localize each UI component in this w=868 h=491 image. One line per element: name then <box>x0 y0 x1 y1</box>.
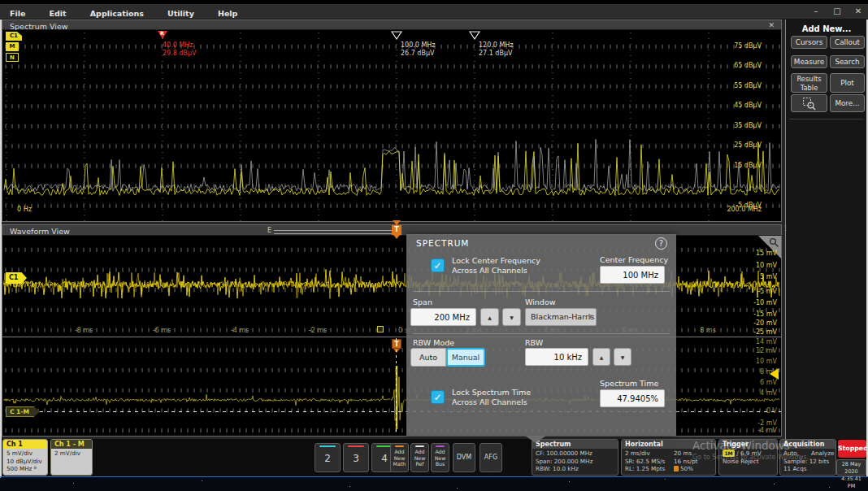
add-new-ref-button[interactable]: AddNewRef <box>410 443 429 472</box>
add-more-button[interactable]: More... <box>830 94 865 112</box>
trigger-position-flag[interactable]: T <box>392 225 401 235</box>
dvm-button[interactable]: DVM <box>453 443 475 472</box>
spectrum-scale-label: 35 dBµV <box>734 122 762 129</box>
math-scale-label: -4 mV <box>757 427 777 434</box>
horizontal-badge-title: Horizontal <box>622 440 715 449</box>
add-plot-button[interactable]: Plot <box>830 73 865 93</box>
trigger-mode: Noise Reject <box>723 458 774 466</box>
trigger-marker-slice[interactable]: T <box>392 339 401 349</box>
lock-st-label-line1: Lock Spectrum Time <box>452 388 531 397</box>
wave-scale-label: -20 mV <box>753 319 777 327</box>
horizontal-scale: 2 ms/div <box>625 450 650 457</box>
trigger-level-arrow-icon[interactable] <box>770 368 779 380</box>
span-increment-button[interactable]: ▲ <box>480 308 499 326</box>
add-search-button[interactable]: Search <box>830 55 865 68</box>
add-measure-button[interactable]: Measure <box>791 55 827 68</box>
ch1-math-badge[interactable]: Ch 1 - M 2 mV/div <box>50 439 93 476</box>
ch1-math-badge-title: Ch 1 - M <box>51 440 92 449</box>
menu-edit[interactable]: Edit <box>40 6 76 18</box>
time-label: -2 ms <box>306 327 330 334</box>
menu-file[interactable]: File <box>0 6 35 18</box>
math-waveform-handle[interactable]: C 1-M <box>6 406 40 417</box>
wave-scale-label: -25 mV <box>753 328 777 336</box>
panel-splitter-handle[interactable]: ⋮ <box>782 226 785 237</box>
zoom-search-icon <box>802 97 816 111</box>
spectrum-freq-start: 0 Hz <box>17 206 32 213</box>
spectrum-scale-label: 45 dBµV <box>734 102 762 109</box>
center-frequency-input[interactable]: 100 MHz <box>600 266 665 284</box>
acq-analyze: Analyze <box>811 450 834 458</box>
rbw-mode-auto-button[interactable]: Auto <box>410 348 446 367</box>
spectrum-trace-handle-normal[interactable]: N <box>6 53 19 62</box>
spectrum-badge[interactable]: Spectrum CF: 100.00000 MHz Span: 200.000… <box>532 439 618 476</box>
maximize-icon[interactable]: □ <box>830 7 844 15</box>
date-text: 28 May 2020 <box>837 461 866 476</box>
wave-scale-label: 5 mV <box>760 273 777 280</box>
trigger-badge[interactable]: Trigger 1M ∕ 6.9 mV Noise Reject <box>718 439 778 476</box>
spectrum-scale-label: 15 dBµV <box>734 162 762 169</box>
lock-spectrum-time-checkbox[interactable]: ✓ <box>431 390 445 404</box>
add-new-title: Add New... <box>786 24 867 33</box>
add-new-bus-button[interactable]: AddNewBus <box>431 443 449 472</box>
run-stop-button[interactable]: Stopped <box>838 440 866 458</box>
spectrum-time-input[interactable]: 47.9405% <box>600 389 665 407</box>
rbw-decrement-button[interactable]: ▼ <box>614 348 631 366</box>
marker-a-icon[interactable] <box>391 31 402 40</box>
rbw-increment-button[interactable]: ▲ <box>592 348 610 366</box>
trigger-level: 6.9 mV <box>740 450 762 457</box>
add-callout-button[interactable]: Callout <box>830 36 865 49</box>
window-dropdown[interactable]: Blackman-Harris ▼ <box>525 308 597 326</box>
acquisition-badge[interactable]: Acquisition Auto,Analyze Sample: 12 bits… <box>779 439 836 476</box>
expansion-marker[interactable]: E <box>267 227 271 234</box>
spectrum-trace-handle-max[interactable]: M <box>6 42 19 51</box>
afg-button[interactable]: AFG <box>480 443 502 472</box>
horizontal-respt: 16 ns/pt <box>674 458 698 466</box>
lock-st-label-line2: Across All Channels <box>452 398 527 406</box>
minimize-icon[interactable]: – <box>809 7 823 15</box>
add-results-table-button[interactable]: Results Table <box>791 73 827 93</box>
menu-utility[interactable]: Utility <box>158 6 204 18</box>
marker-b-icon[interactable] <box>469 31 480 40</box>
rbw-mode-label: RBW Mode <box>413 338 454 347</box>
span-decrement-button[interactable]: ▼ <box>502 308 521 326</box>
acq-count: 11 Acqs <box>783 465 832 473</box>
span-input[interactable]: 200 MHz <box>410 308 476 326</box>
spectrum-plot[interactable]: C1 M N R 40.0 MHz 29.8 dBµV 100.0 MHz 26… <box>2 30 782 222</box>
spectrum-scale-label: 55 dBµV <box>734 82 762 89</box>
menu-help[interactable]: Help <box>208 6 247 18</box>
expansion-point-icon[interactable] <box>377 326 384 332</box>
lock-center-frequency-checkbox[interactable]: ✓ <box>431 259 445 272</box>
horizontal-sr: SR: 62.5 MS/s <box>625 458 665 465</box>
wave-scale-label: -10 mV <box>753 299 777 306</box>
add-cursors-button[interactable]: Cursors <box>791 36 827 49</box>
tekscope-window: File Edit Applications Utility Help – □ … <box>0 0 868 491</box>
overview-line-bottom <box>274 233 394 234</box>
spectrum-freq-end: 200.0 MHz <box>727 206 762 213</box>
acq-mode: Auto, <box>783 450 799 457</box>
ch2-button[interactable]: 2 <box>315 443 341 472</box>
add-new-math-button[interactable]: AddNewMath <box>390 443 409 472</box>
rbw-input[interactable]: 10 kHz <box>525 348 588 366</box>
ch3-button[interactable]: 3 <box>343 443 369 472</box>
horizontal-badge[interactable]: Horizontal 2 ms/div20 ms SR: 62.5 MS/s16… <box>621 439 716 476</box>
spectrum-view-close-icon[interactable]: ✕ <box>768 21 775 29</box>
help-icon[interactable]: ? <box>655 237 667 250</box>
horizontal-position: 50% <box>680 465 693 472</box>
ch1-bandwidth: 500 MHz ᴮ <box>7 465 44 473</box>
marker-a-freq: 100.0 MHz <box>401 41 436 49</box>
desktop-stars <box>0 477 1 478</box>
close-icon[interactable]: ✕ <box>851 7 866 15</box>
acquisition-badge-title: Acquisition <box>780 440 835 449</box>
ch1-badge-title: Ch 1 <box>3 440 47 449</box>
dialog-pointer <box>525 436 546 443</box>
rbw-mode-manual-button[interactable]: Manual <box>446 348 485 367</box>
magnifier-icon <box>769 237 779 248</box>
bus-color-stripe <box>436 445 445 447</box>
trigger-slope-icon: ∕ <box>736 450 738 457</box>
spectrum-scale-label: 75 dBµV <box>734 42 762 50</box>
horizontal-window: 20 ms <box>674 450 692 458</box>
ch1-badge[interactable]: Ch 1 5 mV/div 10 dBµV/div 500 MHz ᴮ <box>2 439 48 476</box>
time-label: 8 ms <box>696 327 720 334</box>
menu-applications[interactable]: Applications <box>80 6 154 18</box>
zoom-overlay-button[interactable] <box>791 94 827 112</box>
